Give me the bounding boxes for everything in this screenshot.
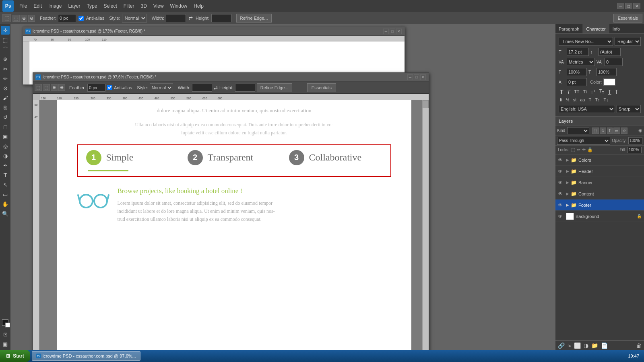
menu-window[interactable]: Window <box>167 0 191 12</box>
sharp-select[interactable]: Sharp <box>617 105 641 113</box>
doc1-minimize[interactable]: ─ <box>383 29 389 34</box>
font-name-select[interactable]: Times New Ro... <box>559 37 613 46</box>
lasso-tool[interactable]: ⌒ <box>1 45 10 54</box>
language-select[interactable]: English: USA <box>559 105 615 113</box>
doc2-title-bar[interactable]: Ps icrowdme PSD - cssauthor.com.psd @ 97… <box>33 73 429 82</box>
doc2-tool-4[interactable]: ⊖ <box>58 84 65 91</box>
layer-item-colors[interactable]: 👁 ▶ 📁 Colors <box>555 154 644 166</box>
filter-px-btn[interactable]: ⬚ <box>592 128 599 134</box>
layer-mask-btn[interactable]: ⬜ <box>573 342 582 349</box>
filter-adj-btn[interactable]: ⊙ <box>600 128 606 134</box>
crop-tool[interactable]: ✂ <box>1 64 10 73</box>
doc1-title-bar[interactable]: Ps icrowdme PSD - cssauthor.com.psd @ 17… <box>23 27 405 36</box>
color-swatch[interactable] <box>603 78 615 86</box>
menu-filter[interactable]: Filter <box>120 0 138 12</box>
scrollbar-vertical[interactable] <box>422 100 429 350</box>
screen-mode-tool[interactable]: ▣ <box>1 339 10 348</box>
shape-tool[interactable]: ▭ <box>1 190 10 199</box>
tab-character[interactable]: Character <box>583 24 609 33</box>
layer-delete-btn[interactable]: 🗑 <box>635 342 642 349</box>
type-tool[interactable]: T <box>1 171 10 179</box>
italic-btn[interactable]: T <box>566 88 572 95</box>
width-input-2[interactable] <box>192 84 212 92</box>
layer-adj-btn[interactable]: ◑ <box>583 342 589 349</box>
layer-fx-btn[interactable]: fx <box>567 343 572 348</box>
layer-item-background[interactable]: 👁 Background 🔒 <box>555 211 644 222</box>
menu-view[interactable]: View <box>150 0 167 12</box>
t-disc-btn[interactable]: T <box>588 97 593 103</box>
doc2-tool-1[interactable]: ⬚ <box>35 84 42 91</box>
tab-info[interactable]: Info <box>609 24 623 33</box>
feather-input-2[interactable] <box>87 84 105 92</box>
aa-btn[interactable]: aa <box>579 97 586 103</box>
fill-input[interactable] <box>627 147 642 153</box>
layer-link-btn[interactable]: 🔗 <box>557 342 566 349</box>
layer-arrow-banner[interactable]: ▶ <box>566 180 569 185</box>
menu-image[interactable]: Image <box>45 0 65 12</box>
layer-eye-header[interactable]: 👁 <box>558 169 564 174</box>
menu-type[interactable]: Type <box>83 0 100 12</box>
menu-3d[interactable]: 3D <box>137 0 150 12</box>
essentials-button-1[interactable]: Essentials <box>613 14 642 23</box>
swap-icon[interactable]: ⇄ <box>188 15 194 21</box>
menu-select[interactable]: Select <box>100 0 120 12</box>
clone-tool[interactable]: ⎘ <box>1 103 10 112</box>
doc2-minimize[interactable]: ─ <box>407 74 413 80</box>
layer-item-footer[interactable]: 👁 ▶ 📁 Footer <box>555 200 644 211</box>
anti-alias-checkbox-1[interactable] <box>78 16 84 21</box>
hand-tool[interactable]: ✋ <box>1 200 10 208</box>
layer-arrow-footer[interactable]: ▶ <box>566 203 569 207</box>
baseline-input[interactable] <box>567 78 587 86</box>
lock-px-btn[interactable]: ⬚ <box>571 147 575 152</box>
tab-paragraph[interactable]: Paragraph <box>555 24 583 33</box>
doc2-close[interactable]: ✕ <box>420 74 426 80</box>
leading-input[interactable] <box>599 48 621 56</box>
style-select-1[interactable]: Normal <box>122 14 147 23</box>
tracking-input[interactable] <box>605 58 623 66</box>
lock-all-btn[interactable]: 🔒 <box>587 147 593 152</box>
layer-folder-btn[interactable]: 📁 <box>590 342 599 349</box>
menu-edit[interactable]: Edit <box>30 0 45 12</box>
menu-file[interactable]: File <box>16 0 30 12</box>
scale-v-input[interactable] <box>597 68 617 76</box>
t-frac-btn[interactable]: T↓ <box>602 97 609 103</box>
font-style-select[interactable]: Regular <box>615 37 641 46</box>
layer-eye-banner[interactable]: 👁 <box>558 180 564 185</box>
maximize-app-button[interactable]: □ <box>625 3 632 9</box>
layer-arrow-content[interactable]: ▶ <box>566 191 569 196</box>
fi-btn[interactable]: fi <box>559 97 564 103</box>
doc1-maximize[interactable]: □ <box>390 29 395 34</box>
blur-tool[interactable]: ◎ <box>1 142 10 150</box>
layer-eye-colors[interactable]: 👁 <box>558 157 564 163</box>
minimize-app-button[interactable]: ─ <box>617 3 624 9</box>
bold-btn[interactable]: T <box>559 88 565 95</box>
swap-icon-2[interactable]: ⇄ <box>214 85 218 90</box>
smallcaps-btn[interactable]: Tt <box>582 88 588 95</box>
dodge-tool[interactable]: ◑ <box>1 151 10 160</box>
spot-heal-tool[interactable]: ⊙ <box>1 84 10 93</box>
layer-eye-content[interactable]: 👁 <box>558 191 564 197</box>
filter-type-btn[interactable]: T <box>607 128 613 134</box>
super-btn[interactable]: TT <box>589 88 597 95</box>
tool-opt-3[interactable]: ⊖ <box>28 15 35 22</box>
quick-select-tool[interactable]: ⊛ <box>1 55 10 64</box>
doc2-maximize[interactable]: □ <box>414 74 419 80</box>
eyedropper-tool[interactable]: ✏ <box>1 74 10 83</box>
height-input-1[interactable] <box>211 14 231 22</box>
gradient-tool[interactable]: ▣ <box>1 132 10 141</box>
marquee-tool-icon[interactable]: ⬚ <box>2 14 11 22</box>
zoom-tool[interactable]: 🔍 <box>1 209 10 218</box>
font-size-input[interactable] <box>567 48 589 56</box>
history-brush[interactable]: ↺ <box>1 113 10 121</box>
metrics-select[interactable]: Metrics <box>567 58 595 66</box>
taskbar-item-ps[interactable]: Ps icrowdme PSD - cssauthor.com.psd @ 97… <box>32 351 140 361</box>
tool-opt-2[interactable]: ⊕ <box>21 15 27 22</box>
t-arrow-btn[interactable]: T↑ <box>594 97 601 103</box>
close-app-button[interactable]: ✕ <box>633 3 640 9</box>
filter-toggle-btn[interactable]: ◉ <box>638 128 642 133</box>
caps-btn[interactable]: TT <box>573 88 580 95</box>
frac-btn[interactable]: ½ <box>565 97 571 103</box>
menu-layer[interactable]: Layer <box>65 0 83 12</box>
tool-opt-1[interactable]: ⬚ <box>12 15 20 22</box>
doc1-close[interactable]: ✕ <box>396 29 402 34</box>
